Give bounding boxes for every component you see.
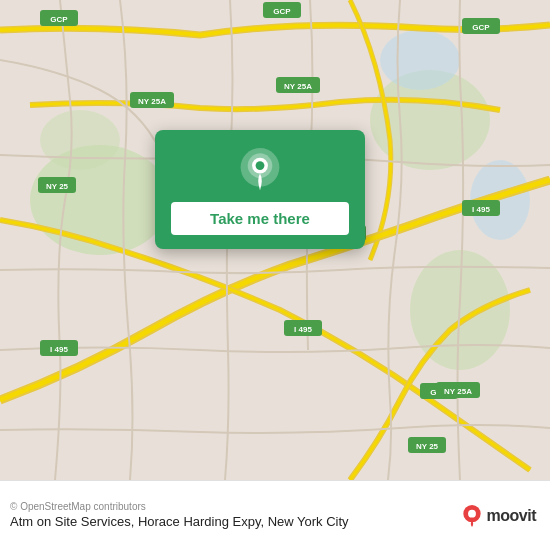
svg-text:GCP: GCP: [273, 7, 291, 16]
svg-point-38: [468, 509, 476, 517]
moovit-logo: moovit: [461, 505, 536, 527]
svg-text:NY 25A: NY 25A: [138, 97, 166, 106]
svg-text:I 495: I 495: [294, 325, 312, 334]
svg-text:NY 25: NY 25: [46, 182, 69, 191]
map-container: GCP GCP GCP GCP NY 25A NY 25A NY 25A NY …: [0, 0, 550, 480]
svg-text:NY 25A: NY 25A: [444, 387, 472, 396]
svg-text:I 495: I 495: [472, 205, 490, 214]
svg-text:NY 25: NY 25: [416, 442, 439, 451]
svg-text:GCP: GCP: [472, 23, 490, 32]
svg-point-2: [40, 110, 120, 170]
location-pin-icon: [238, 148, 282, 192]
copyright-text: © OpenStreetMap contributors: [10, 501, 349, 512]
popup-card: Take me there: [155, 130, 365, 249]
bottom-bar: © OpenStreetMap contributors Atm on Site…: [0, 480, 550, 550]
take-me-there-button[interactable]: Take me there: [171, 202, 349, 235]
moovit-brand-text: moovit: [487, 507, 536, 525]
svg-point-6: [380, 30, 460, 90]
location-text: Atm on Site Services, Horace Harding Exp…: [10, 514, 349, 531]
svg-text:I 495: I 495: [50, 345, 68, 354]
bottom-info: © OpenStreetMap contributors Atm on Site…: [10, 501, 349, 531]
svg-text:GCP: GCP: [50, 15, 68, 24]
svg-point-36: [256, 161, 265, 170]
svg-text:NY 25A: NY 25A: [284, 82, 312, 91]
moovit-pin-icon: [461, 505, 483, 527]
